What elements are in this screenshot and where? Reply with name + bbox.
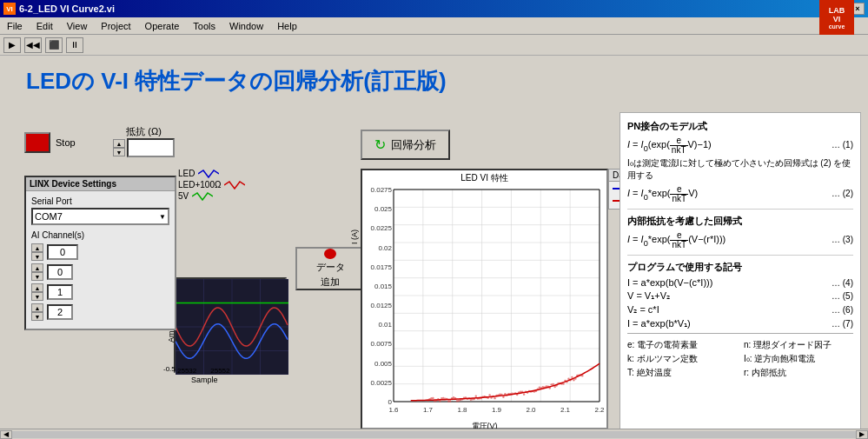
resistor-control: 抵抗 (Ω) ▲ ▼ 100 (113, 125, 175, 157)
formula-n: n: 理想ダイオード因子 (744, 339, 853, 351)
formula-T: T: 絶対温度 (627, 367, 737, 379)
formula-separator (627, 209, 853, 210)
ai-row-1: ▲ ▼ (31, 283, 169, 301)
formula-3: I = I0*exp(enkT(V−(r*I))) … (3) (627, 231, 853, 249)
formula-3-num: … (3) (818, 235, 853, 244)
ai1-down[interactable]: ▼ (31, 292, 43, 301)
formula-bottom: e: 電子の電荷素量 n: 理想ダイオード因子 k: ボルツマン定数 I₀: 逆… (627, 333, 853, 379)
formula-section3-title: プログラムで使用する記号 (627, 261, 853, 274)
device-settings-title: LINX Device Settings (26, 177, 175, 191)
run-cont-button[interactable]: ◀◀ (24, 37, 42, 53)
formula-3-text: I = I0*exp(enkT(V−(r*I))) (627, 231, 818, 249)
menu-bar: File Edit View Project Operate Tools Win… (0, 17, 868, 35)
pause-button[interactable]: ⏸ (66, 37, 83, 53)
app-icon: VI (3, 3, 16, 15)
data-add-button[interactable]: データ 追加 (295, 247, 365, 290)
formula-I0: I₀: 逆方向飽和電流 (744, 353, 853, 365)
menu-project[interactable]: Project (97, 19, 134, 33)
scrollbar-track[interactable] (12, 431, 856, 438)
lab-view-logo: LAB VI curve (819, 0, 854, 35)
menu-file[interactable]: File (3, 19, 26, 33)
scroll-right[interactable]: ▶ (856, 430, 868, 439)
resistor-label: 抵抗 (Ω) (126, 125, 162, 138)
title-bar: VI 6-2_LED VI Curve2.vi − □ × (0, 0, 868, 17)
scroll-left[interactable]: ◀ (0, 430, 12, 439)
x-axis-ticks: 25532 25552 (177, 367, 230, 375)
serial-port-label: Serial Port (31, 196, 169, 206)
data-add-line2: 追加 (321, 276, 340, 289)
menu-help[interactable]: Help (274, 19, 301, 33)
dropdown-arrow-icon: ▼ (159, 213, 166, 221)
waveform-led-label: LED (178, 169, 195, 178)
ai1-up[interactable]: ▲ (31, 283, 43, 292)
chart-title: LED VI 特性 (362, 170, 606, 186)
formula-6-text: V₂ = c*I (627, 304, 818, 316)
waveform-5v-label: 5V (178, 191, 189, 201)
serial-port-value: COM7 (35, 211, 63, 222)
ai-row-2: ▲ ▼ (31, 303, 169, 321)
resistor-input[interactable]: 100 (127, 138, 175, 157)
page-title: LEDの V-I 特性データの回帰分析(訂正版) (26, 66, 447, 96)
menu-operate[interactable]: Operate (142, 19, 183, 33)
sample-label: Sample (191, 376, 218, 384)
ai-main-row: ▲ ▼ (31, 243, 169, 261)
formula-separator2 (627, 255, 853, 256)
resistor-up[interactable]: ▲ (113, 139, 125, 148)
regression-button[interactable]: ↻ 回帰分析 (361, 130, 450, 160)
ai2-input[interactable] (47, 304, 73, 320)
ai0-down[interactable]: ▼ (31, 272, 43, 281)
formula-4-text: I = a*exp(b(V−(c*I))) (627, 277, 818, 288)
formula-7-num: … (7) (818, 319, 853, 329)
run-button[interactable]: ▶ (3, 37, 21, 53)
formula-5-text: V = V₁+V₂ (627, 290, 818, 302)
formula-section1-title: PN接合のモデル式 (627, 120, 853, 133)
menu-edit[interactable]: Edit (33, 19, 56, 33)
formula-5: V = V₁+V₂ … (5) (627, 290, 853, 302)
stop-toolbar-button[interactable]: ⬛ (45, 37, 63, 53)
ai2-up[interactable]: ▲ (31, 303, 43, 312)
waveform-led100-label: LED+100Ω (178, 180, 221, 190)
main-content: LEDの V-I 特性データの回帰分析(訂正版) Stop 抵抗 (Ω) ▲ ▼… (0, 56, 868, 438)
stop-button[interactable] (24, 132, 50, 153)
toolbar: ▶ ◀◀ ⬛ ⏸ (0, 35, 868, 56)
formula-e: e: 電子の電荷素量 (627, 339, 737, 351)
chart-area: LED VI 特性 電圧(V) (361, 169, 608, 429)
serial-port-dropdown[interactable]: COM7 ▼ (31, 208, 169, 225)
regression-icon: ↻ (374, 136, 386, 153)
ai-main-input[interactable] (47, 244, 78, 260)
menu-tools[interactable]: Tools (189, 19, 219, 33)
ai0-input[interactable] (47, 264, 73, 280)
resistor-spinbox[interactable]: ▲ ▼ (113, 139, 125, 156)
device-settings-panel: LINX Device Settings Serial Port COM7 ▼ … (24, 176, 176, 330)
waveform-labels: LED LED+100Ω 5V (178, 169, 245, 201)
formula-4: I = a*exp(b(V−(c*I))) … (4) (627, 277, 853, 288)
formula-2-text: I = I0*exp(enkTV) (627, 185, 818, 203)
formula-2-num: … (2) (818, 189, 853, 198)
resistor-down[interactable]: ▼ (113, 148, 125, 156)
chart-y-label: I (A) (350, 229, 359, 244)
formula-2: I = I0*exp(enkTV) … (2) (627, 185, 853, 203)
stop-label: Stop (56, 137, 76, 148)
data-add-line1: データ (316, 261, 345, 274)
formula-r: r: 内部抵抗 (744, 367, 853, 379)
ai-channels-label: AI Channel(s) (31, 230, 169, 240)
menu-view[interactable]: View (63, 19, 91, 33)
ai0-up[interactable]: ▲ (31, 263, 43, 272)
ai-main-up[interactable]: ▲ (31, 243, 43, 252)
formula-k: k: ボルツマン定数 (627, 353, 737, 365)
device-settings-body: Serial Port COM7 ▼ AI Channel(s) ▲ ▼ ▲ ▼ (26, 191, 175, 329)
window-title: 6-2_LED VI Curve2.vi (19, 3, 819, 14)
formula-section2-title: 内部抵抗を考慮した回帰式 (627, 215, 853, 228)
ai1-input[interactable] (47, 284, 73, 300)
bottom-scrollbar[interactable]: ◀ ▶ (0, 429, 868, 439)
formula-4-num: … (4) (818, 278, 853, 288)
waveform-display (174, 277, 287, 373)
ai-main-down[interactable]: ▼ (31, 252, 43, 261)
menu-window[interactable]: Window (226, 19, 267, 33)
ai2-down[interactable]: ▼ (31, 312, 43, 321)
formula-1-text: I = I0(exp(enkTV)−1) (627, 136, 818, 155)
stop-button-area: Stop (24, 132, 76, 153)
formula-6: V₂ = c*I … (6) (627, 304, 853, 316)
regression-label: 回帰分析 (391, 137, 436, 153)
formula-5-num: … (5) (818, 291, 853, 301)
